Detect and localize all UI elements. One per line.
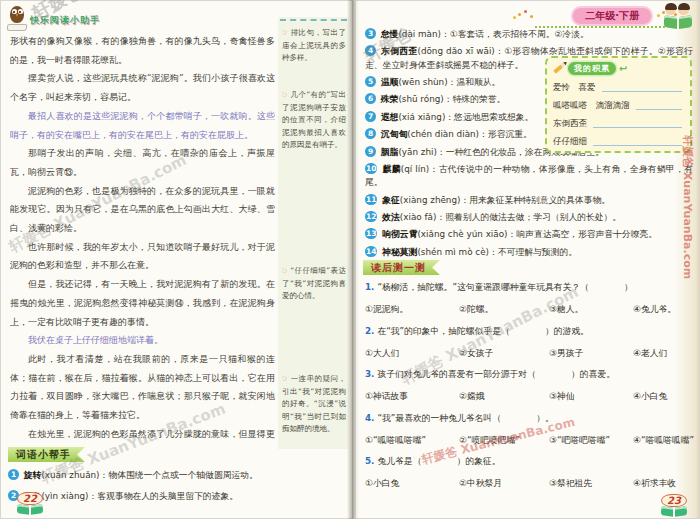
question-number: 1. — [365, 282, 374, 292]
pinyin: xiǎng chè yún xiāo — [417, 229, 516, 239]
option: ①小白兔 — [365, 477, 459, 490]
definition: 客观事物在人的头脑里留下的迹象。 — [97, 491, 238, 501]
option: ①神话故事 — [365, 390, 459, 403]
item-number-badge: 3 — [365, 28, 376, 39]
quiz-question: 1.“杨柳活，抽陀螺。”这句童谣跟哪种童年玩具有关？（ ） ①泥泥狗。 ②陀螺。… — [365, 281, 695, 316]
item-number-badge: 11 — [365, 194, 377, 205]
pinyin: xiá xiǎng — [398, 112, 454, 122]
vocab-item: 3 怠慢dài màn①客套话，表示招待不周。②冷淡。 — [365, 28, 693, 41]
vocab-item: 7 遐想xiá xiǎng悠远地思索或想象。 — [365, 111, 541, 124]
question-options: ①大人们 ②女孩子 ③男孩子 ④老人们 — [365, 347, 695, 360]
page-number: 23 — [661, 494, 687, 507]
term: 旋转 — [24, 470, 42, 480]
pinyin: shū róng — [398, 94, 452, 104]
term: 东倒西歪 — [381, 46, 417, 56]
option: ③男孩子 — [549, 347, 633, 360]
accumulation-words: 呱嗒呱嗒 滴溜滴溜 — [553, 100, 630, 112]
term: 沉甸甸 — [381, 129, 407, 139]
item-number-badge: 4 — [365, 45, 376, 56]
open-book-icon — [17, 505, 43, 515]
margin-note: ☞“仔仔细细”表达了“我”对泥泥狗喜爱的心情。 — [282, 265, 346, 303]
pinyin: xuán zhuǎn — [41, 470, 108, 480]
grade-badge: 二年级·下册 — [573, 8, 651, 24]
accumulation-line: 爱怜 喜爱 — [553, 76, 684, 94]
owl-icon — [7, 5, 27, 31]
term: 温顺 — [381, 77, 399, 87]
item-number-badge: 8 — [365, 128, 376, 139]
question-number: 5. — [365, 456, 374, 466]
option: ③“吧嗒吧嗒嘴” — [549, 434, 633, 447]
word-helper-item: 2 印象yìn xiàng客观事物在人的头脑里留下的迹象。 — [8, 488, 298, 505]
question-number: 3. — [365, 369, 374, 379]
vocab-item: 14 神秘莫测shén mì mò cè不可理解与预测的。 — [365, 246, 693, 259]
scanned-workbook-spread: 快乐阅读小助手 形状有的像狗又像猴，有的像独角兽，有的像九头鸟，奇禽怪兽多的是，… — [0, 0, 700, 519]
question-text: “杨柳活，抽陀螺。”这句童谣跟哪种童年玩具有关？（ ） — [377, 282, 632, 292]
option: ①大人们 — [365, 347, 459, 360]
passage-paragraph: 此时，我才看清楚，站在我眼前的，原来是一只猫和猴的连体；猫在前，猴在后，猫拉着猴… — [10, 350, 275, 425]
term: 神秘莫测 — [382, 247, 417, 257]
margin-note-text: “仔仔细细”表达了“我”对泥泥狗喜爱的心情。 — [282, 266, 346, 300]
item-number-badge: 12 — [365, 211, 377, 222]
term: 遐想 — [381, 112, 399, 122]
kids-reading-icon — [663, 3, 693, 29]
accumulation-line: 呱嗒呱嗒 滴溜滴溜 — [553, 94, 684, 112]
item-number-badge: 1 — [8, 469, 19, 480]
margin-note: ☞一连串的疑问，引出“我”对泥泥狗的好奇。“沉浸”说明“我”当时已到如痴如醉的境… — [282, 373, 346, 436]
page-gutter-shadow — [347, 0, 359, 519]
vocab-item: 5 温顺wēn shùn温和顺从。 — [365, 76, 541, 89]
pinyin: dài màn — [398, 29, 449, 39]
option: ②女孩子 — [459, 347, 549, 360]
word-helper-item: 1 旋转xuán zhuǎn物体围绕一个点或一个轴做圆周运动。 — [8, 467, 298, 484]
pinyin: qí lín — [401, 164, 439, 174]
option: ②中秋祭月 — [459, 477, 549, 490]
page-number-badge-right: 23 — [659, 489, 689, 517]
pinyin: xiàng zhēng — [400, 195, 469, 205]
pinyin: chén diàn diàn — [407, 129, 488, 139]
question-options: ①小白兔 ②中秋祭月 ③祭祀祖先 ④祈求丰收 — [365, 477, 695, 490]
question-text: 孩子们对兔儿爷的喜爱有一部分源于对（ ）的喜爱。 — [377, 369, 615, 379]
margin-note: ☞排比句，写出了庙会上泥玩具的多种多样。 — [282, 27, 346, 65]
question-stem: 2.在“我”的印象中，抽陀螺似乎是（ ）的游戏。 — [365, 325, 695, 338]
option: ④兔儿爷。 — [633, 303, 695, 316]
term: 殊荣 — [381, 94, 399, 104]
accumulation-line: 东倒西歪 — [553, 112, 684, 130]
vocab-item: 6 殊荣shū róng特殊的荣誉。 — [365, 93, 541, 106]
curved-arrow-icon: ↩ — [619, 63, 627, 74]
word-helper-list: 1 旋转xuán zhuǎn物体围绕一个点或一个轴做圆周运动。 2 印象yìn … — [8, 467, 298, 509]
definition: 温和顺从。 — [456, 77, 500, 87]
quiz-section: 1.“杨柳活，抽陀螺。”这句童谣跟哪种童年玩具有关？（ ） ①泥泥狗。 ②陀螺。… — [365, 281, 695, 513]
margin-note-text: 一连串的疑问，引出“我”对泥泥狗的好奇。“沉浸”说明“我”当时已到如痴如醉的境地… — [282, 374, 346, 433]
option: ②嫦娥 — [459, 390, 549, 403]
passage-paragraph: 在烛光里，泥泥狗的色彩虽然添了几分朦胧的意味，但显得更加神秘，那黄色的眼睑，衬托… — [10, 425, 275, 444]
margin-note-text: 排比句，写出了庙会上泥玩具的多种多样。 — [282, 28, 346, 62]
vocab-item: 12 效法xiào fǎ照着别人的做法去做；学习（别人的长处）。 — [365, 211, 693, 224]
definition: 响声直达高空，形容声音十分嘹亮。 — [516, 229, 657, 239]
question-number: 2. — [365, 326, 374, 336]
passage-paragraph: 我伏在桌子上仔仔细细地端详着。 — [10, 331, 275, 350]
definition: ①客套话，表示招待不周。②冷淡。 — [450, 29, 589, 39]
question-stem: 4.“我”最喜欢的一种兔儿爷名叫（ ）。 — [365, 412, 695, 425]
quiz-question: 5.兔儿爷是（ ）的象征。 ①小白兔 ②中秋祭月 ③祭祀祖先 ④祈求丰收 — [365, 455, 695, 490]
confetti-dots — [518, 13, 521, 16]
definition: 悠远地思索或想象。 — [454, 112, 533, 122]
option: ②陀螺。 — [459, 303, 549, 316]
definition: 用来象征某种特别意义的具体事物。 — [469, 195, 610, 205]
blank-line — [593, 145, 682, 146]
passage-paragraph: 泥泥狗的色彩，也是极为独特的，在众多的泥玩具里，一眼就能发现它。因为只有它，是在… — [10, 182, 275, 238]
page-number: 22 — [17, 492, 43, 505]
vocab-item: 13 响彻云霄xiǎng chè yún xiāo响声直达高空，形容声音十分嘹亮… — [365, 228, 693, 241]
quiz-question: 4.“我”最喜欢的一种兔儿爷名叫（ ）。 ①“呱嗒呱嗒嘴” ②“喷吧喷吧嘴” ③… — [365, 412, 695, 447]
option: ③糖人。 — [549, 303, 633, 316]
option: ④老人们 — [633, 347, 695, 360]
pointing-hand-icon: ☞ — [282, 266, 289, 275]
term: 效法 — [382, 212, 400, 222]
accumulation-words: 东倒西歪 — [553, 118, 587, 130]
quiz-question: 2.在“我”的印象中，抽陀螺似乎是（ ）的游戏。 ①大人们 ②女孩子 ③男孩子 … — [365, 325, 695, 360]
question-options: ①“呱嗒呱嗒嘴” ②“喷吧喷吧嘴” ③“吧嗒吧嗒嘴” ④“嗒呱嗒呱嘴” — [365, 434, 695, 447]
pinyin: yìn xiàng — [41, 491, 97, 501]
item-number-badge: 14 — [365, 246, 377, 257]
passage-paragraph: 那哨子发出的声响，尖细、高亢，在嘈杂的庙会上，声振屋瓦，响彻云霄⑬。 — [10, 144, 275, 181]
item-number-badge: 10 — [365, 163, 377, 174]
vocab-item: 11 象征xiàng zhēng用来象征某种特别意义的具体事物。 — [365, 194, 693, 207]
reading-passage: 形状有的像狗又像猴，有的像独角兽，有的像九头鸟，奇禽怪兽多的是，我一时看得眼花缭… — [10, 32, 275, 444]
